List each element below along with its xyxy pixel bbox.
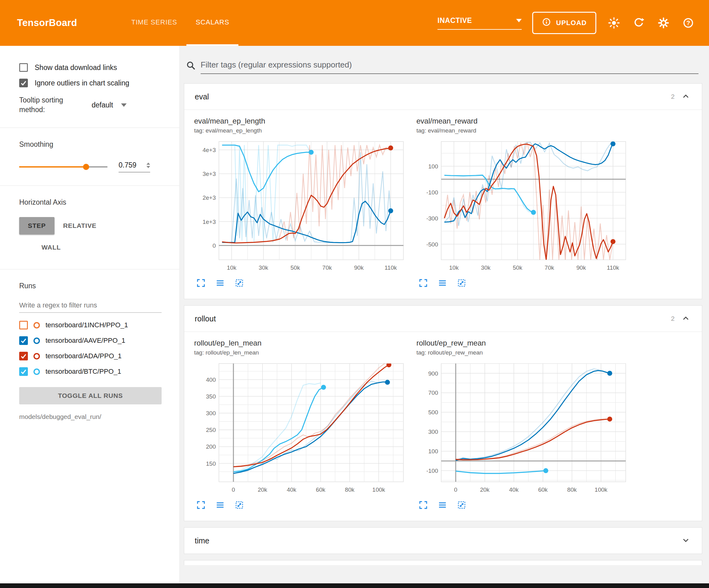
expand-section-button[interactable]	[680, 535, 691, 546]
chevron-down-icon	[121, 103, 127, 107]
stepper-icon[interactable]	[147, 162, 150, 168]
chart-actions	[194, 277, 408, 289]
chart-actions	[416, 277, 630, 289]
axis-step-button[interactable]: STEP	[19, 217, 54, 234]
chart-plot[interactable]: 020k40k60k80k100k150200250300350400	[194, 360, 408, 496]
svg-text:40k: 40k	[287, 486, 296, 493]
ignore-outliers-row[interactable]: Ignore outliers in chart scaling	[19, 79, 167, 87]
next-section-edge	[184, 560, 702, 565]
svg-text:10k: 10k	[449, 264, 459, 271]
reload-button[interactable]	[632, 16, 646, 30]
help-button[interactable]: ?	[681, 16, 695, 30]
svg-text:3e+3: 3e+3	[203, 171, 216, 177]
toggle-all-runs-button[interactable]: TOGGLE ALL RUNS	[19, 387, 162, 404]
svg-text:100: 100	[428, 448, 438, 455]
collapse-section-button[interactable]	[680, 313, 691, 324]
svg-text:50k: 50k	[513, 264, 522, 271]
fit-data-icon	[457, 501, 466, 510]
expand-chart-button[interactable]	[416, 277, 430, 289]
upload-button[interactable]: UPLOAD	[532, 12, 596, 34]
svg-text:300: 300	[206, 410, 216, 416]
svg-text:100k: 100k	[372, 486, 386, 493]
runs-label: Runs	[19, 282, 167, 290]
horizontal-axis-label: Horizontal Axis	[19, 198, 167, 207]
show-download-links-checkbox[interactable]	[19, 63, 28, 72]
chevron-down-icon	[681, 536, 690, 545]
tab-time-series[interactable]: TIME SERIES	[122, 0, 186, 46]
run-name: tensorboard/BTC/PPO_1	[46, 367, 121, 376]
svg-text:80k: 80k	[345, 486, 354, 493]
svg-text:100k: 100k	[595, 486, 608, 493]
chevron-up-icon	[681, 314, 690, 323]
run-color-circle[interactable]	[33, 353, 40, 359]
svg-text:900: 900	[428, 370, 438, 377]
run-name: tensorboard/AAVE/PPO_1	[46, 337, 125, 344]
smoothing-slider[interactable]	[19, 164, 107, 170]
run-row-1inch[interactable]: tensorboard/1INCH/PPO_1	[19, 321, 167, 329]
runs-selector-button[interactable]	[213, 277, 227, 289]
section-title: rollout	[195, 314, 671, 323]
runs-selector-button[interactable]	[436, 277, 449, 289]
svg-text:80k: 80k	[567, 486, 577, 493]
ignore-outliers-checkbox[interactable]	[19, 79, 28, 87]
fit-data-icon	[235, 278, 244, 288]
smoothing-value-input[interactable]: 0.759	[119, 161, 150, 173]
status-dropdown[interactable]: INACTIVE	[438, 17, 522, 30]
show-download-links-row[interactable]: Show data download links	[19, 63, 167, 72]
run-name: tensorboard/1INCH/PPO_1	[46, 321, 128, 329]
run-color-circle[interactable]	[33, 322, 40, 329]
lines-icon	[438, 501, 447, 510]
fit-domain-button[interactable]	[455, 277, 468, 289]
tooltip-sorting-row: Tooltip sorting method: default	[19, 95, 167, 114]
run-row-aave[interactable]: tensorboard/AAVE/PPO_1	[19, 336, 167, 345]
axis-relative-button[interactable]: RELATIVE	[54, 217, 105, 234]
expand-chart-button[interactable]	[194, 277, 208, 289]
section-title: eval	[195, 92, 671, 101]
section-rollout-header[interactable]: rollout 2	[184, 306, 702, 332]
lines-icon	[438, 278, 447, 288]
show-download-links-label: Show data download links	[35, 63, 117, 72]
fit-domain-button[interactable]	[233, 277, 246, 289]
expand-chart-button[interactable]	[194, 499, 208, 512]
svg-text:-500: -500	[426, 241, 438, 248]
section-time-header[interactable]: time	[184, 528, 702, 554]
tag-filter-row	[186, 58, 699, 74]
slider-thumb[interactable]	[83, 164, 89, 170]
run-color-circle[interactable]	[33, 368, 40, 375]
fit-domain-button[interactable]	[233, 499, 246, 512]
chart-plot[interactable]: 020k40k60k80k100k900700500300100-100	[416, 360, 630, 496]
section-count: 2	[671, 93, 675, 100]
runs-filter-input[interactable]	[19, 299, 162, 313]
brightness-icon	[608, 17, 620, 29]
tag-filter-input[interactable]	[201, 58, 699, 74]
section-eval-header[interactable]: eval 2	[184, 84, 702, 110]
ignore-outliers-label: Ignore outliers in chart scaling	[35, 79, 129, 87]
fit-domain-button[interactable]	[455, 499, 468, 512]
expand-chart-button[interactable]	[416, 499, 430, 512]
chart-plot[interactable]: 10k30k50k70k90k110k100-100-300-500	[416, 138, 630, 274]
tab-scalars[interactable]: SCALARS	[186, 0, 238, 46]
brightness-toggle-button[interactable]	[607, 16, 621, 30]
collapse-section-button[interactable]	[680, 91, 691, 102]
chart-plot[interactable]: 10k30k50k70k90k110k01e+32e+33e+34e+3	[194, 138, 408, 274]
run-color-circle[interactable]	[33, 337, 40, 344]
settings-button[interactable]	[656, 16, 671, 30]
run-checkbox[interactable]	[19, 336, 28, 345]
svg-text:350: 350	[206, 393, 216, 400]
run-checkbox[interactable]	[19, 367, 28, 376]
tooltip-sorting-dropdown[interactable]: default	[91, 101, 127, 109]
svg-text:40k: 40k	[509, 486, 519, 493]
status-dropdown-value: INACTIVE	[438, 17, 472, 25]
header: TensorBoard TIME SERIES SCALARS INACTIVE…	[0, 0, 709, 46]
svg-text:60k: 60k	[316, 486, 325, 493]
svg-text:20k: 20k	[480, 486, 490, 493]
section-rollout: rollout 2 rollout/ep_len_mean tag: rollo…	[184, 305, 702, 521]
run-checkbox[interactable]	[19, 352, 28, 360]
gear-icon	[658, 17, 669, 29]
runs-selector-button[interactable]	[213, 499, 227, 512]
run-row-btc[interactable]: tensorboard/BTC/PPO_1	[19, 367, 167, 376]
run-checkbox[interactable]	[19, 321, 28, 329]
axis-wall-button[interactable]: WALL	[33, 239, 69, 256]
run-row-ada[interactable]: tensorboard/ADA/PPO_1	[19, 352, 167, 360]
runs-selector-button[interactable]	[436, 499, 449, 512]
